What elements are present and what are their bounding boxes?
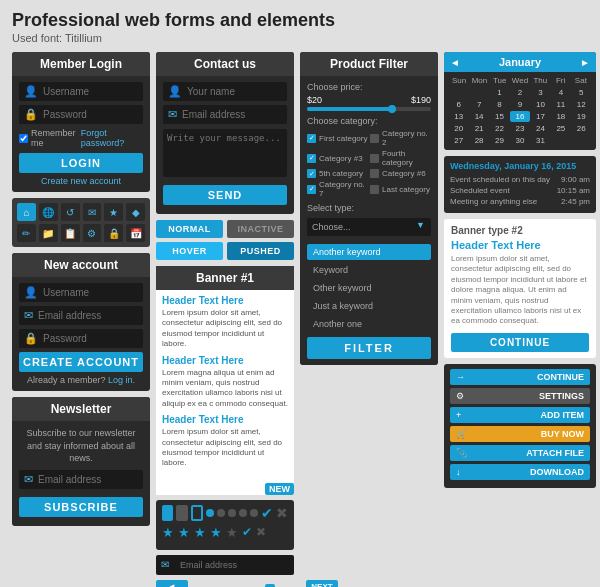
icon-edit[interactable]: ✏ — [17, 224, 36, 242]
cal-day-25[interactable]: 25 — [551, 123, 570, 134]
icon-clipboard[interactable]: 📋 — [61, 224, 80, 242]
new-password-row[interactable]: 🔒 — [19, 329, 143, 348]
add-item-action-btn[interactable]: + ADD ITEM — [450, 407, 590, 423]
cal-day-23[interactable]: 23 — [510, 123, 529, 134]
cal-day-21[interactable]: 21 — [469, 123, 488, 134]
subscribe-email-input[interactable] — [173, 555, 294, 575]
cat-3[interactable]: ✓ Category #3 — [307, 149, 368, 167]
icon-home[interactable]: ⌂ — [17, 203, 36, 221]
continue-action-btn[interactable]: → CONTINUE — [450, 369, 590, 385]
login-button[interactable]: LOGIN — [19, 153, 143, 173]
cal-day-5[interactable]: 5 — [572, 87, 591, 98]
cal-day-29[interactable]: 29 — [490, 135, 509, 146]
newsletter-subscribe-button[interactable]: SUBSCRIBE — [19, 497, 143, 517]
cal-next-arrow[interactable]: ► — [580, 57, 590, 68]
cal-day-12[interactable]: 12 — [572, 99, 591, 110]
create-account-link[interactable]: Create new account — [41, 176, 121, 186]
star1[interactable]: ★ — [162, 525, 174, 540]
nav-dot-3[interactable] — [228, 509, 236, 517]
cal-day-3[interactable]: 3 — [531, 87, 550, 98]
cal-day-8[interactable]: 8 — [490, 99, 509, 110]
keyword-5[interactable]: Another one — [307, 316, 431, 332]
cal-day-2[interactable]: 2 — [510, 87, 529, 98]
cal-day-22[interactable]: 22 — [490, 123, 509, 134]
contact-email-input[interactable] — [182, 109, 282, 120]
cal-day-1[interactable]: 1 — [490, 87, 509, 98]
cal-day-20[interactable]: 20 — [449, 123, 468, 134]
star3[interactable]: ★ — [194, 525, 206, 540]
cat-5[interactable]: ✓ 5th category — [307, 169, 368, 178]
next-page-button[interactable]: NEXT ► — [306, 580, 337, 587]
newsletter-email-input[interactable] — [38, 474, 138, 485]
icon-lock[interactable]: 🔒 — [104, 224, 123, 242]
forgot-password-link[interactable]: Forgot password? — [81, 128, 143, 148]
new-password-input[interactable] — [43, 333, 138, 344]
cal-day-30[interactable]: 30 — [510, 135, 529, 146]
cal-prev-arrow[interactable]: ◄ — [450, 57, 460, 68]
cal-day-9[interactable]: 9 — [510, 99, 529, 110]
cal-day-7[interactable]: 7 — [469, 99, 488, 110]
prev-page-button[interactable]: ◄ PREV — [156, 580, 188, 587]
contact-send-button[interactable]: SEND — [163, 185, 287, 205]
download-action-btn[interactable]: ↓ DOWNLOAD — [450, 464, 590, 480]
cat-7[interactable]: ✓ Category no. 7 — [307, 180, 368, 198]
contact-email-row[interactable]: ✉ — [163, 105, 287, 124]
keyword-3[interactable]: Other keyword — [307, 280, 431, 296]
filter-button[interactable]: FILTER — [307, 337, 431, 359]
cat-4[interactable]: Fourth category — [370, 149, 431, 167]
remember-me-checkbox[interactable] — [19, 134, 28, 143]
icon-refresh[interactable]: ↺ — [61, 203, 80, 221]
password-row[interactable]: 🔒 — [19, 105, 143, 124]
cal-day-15[interactable]: 15 — [490, 111, 509, 122]
username-row[interactable]: 👤 — [19, 82, 143, 101]
keyword-1[interactable]: Another keyword — [307, 244, 431, 260]
cal-day-10[interactable]: 10 — [531, 99, 550, 110]
nav-dot-2[interactable] — [217, 509, 225, 517]
cal-day-28[interactable]: 28 — [469, 135, 488, 146]
new-email-row[interactable]: ✉ — [19, 306, 143, 325]
banner2-continue-button[interactable]: CONTINUE — [451, 333, 589, 352]
star4[interactable]: ★ — [210, 525, 222, 540]
contact-name-row[interactable]: 👤 — [163, 82, 287, 101]
cal-day-14[interactable]: 14 — [469, 111, 488, 122]
cat-1[interactable]: ✓ First category — [307, 129, 368, 147]
cal-day-4[interactable]: 4 — [551, 87, 570, 98]
star5[interactable]: ★ — [226, 525, 238, 540]
cal-day-6[interactable]: 6 — [449, 99, 468, 110]
select-type-dropdown[interactable]: Choose... — [307, 218, 431, 236]
login-link[interactable]: Log in. — [108, 375, 135, 385]
nav-dot-5[interactable] — [250, 509, 258, 517]
cal-day-27[interactable]: 27 — [449, 135, 468, 146]
keyword-4[interactable]: Just a keyword — [307, 298, 431, 314]
cal-day-24[interactable]: 24 — [531, 123, 550, 134]
remember-me-label[interactable]: Remember me — [19, 128, 81, 148]
contact-message-input[interactable] — [163, 129, 287, 177]
icon-folder[interactable]: 📁 — [39, 224, 58, 242]
cal-day-18[interactable]: 18 — [551, 111, 570, 122]
icon-star[interactable]: ★ — [104, 203, 123, 221]
button-pushed[interactable]: PUSHED — [227, 242, 294, 260]
new-username-row[interactable]: 👤 — [19, 283, 143, 302]
cat-8[interactable]: Last category — [370, 180, 431, 198]
new-username-input[interactable] — [43, 287, 138, 298]
button-normal[interactable]: NORMAL — [156, 220, 223, 238]
cal-day-26[interactable]: 26 — [572, 123, 591, 134]
cal-day-31[interactable]: 31 — [531, 135, 550, 146]
cal-day-13[interactable]: 13 — [449, 111, 468, 122]
star2[interactable]: ★ — [178, 525, 190, 540]
cat-6[interactable]: Category #6 — [370, 169, 431, 178]
price-slider[interactable] — [307, 107, 431, 111]
icon-calendar[interactable]: 📅 — [126, 224, 145, 242]
keyword-2[interactable]: Keyword — [307, 262, 431, 278]
cat-2[interactable]: Category no. 2 — [370, 129, 431, 147]
contact-name-input[interactable] — [187, 86, 282, 97]
buy-now-action-btn[interactable]: 🛒 BUY NOW — [450, 426, 590, 442]
nav-dot-4[interactable] — [239, 509, 247, 517]
icon-gear[interactable]: ⚙ — [83, 224, 102, 242]
cal-day-19[interactable]: 19 — [572, 111, 591, 122]
create-account-button[interactable]: CREATE ACCOUNT — [19, 352, 143, 372]
cal-day-17[interactable]: 17 — [531, 111, 550, 122]
settings-action-btn[interactable]: ⚙ SETTINGS — [450, 388, 590, 404]
button-hover[interactable]: HOVER — [156, 242, 223, 260]
newsletter-email-row[interactable]: ✉ — [19, 470, 143, 489]
